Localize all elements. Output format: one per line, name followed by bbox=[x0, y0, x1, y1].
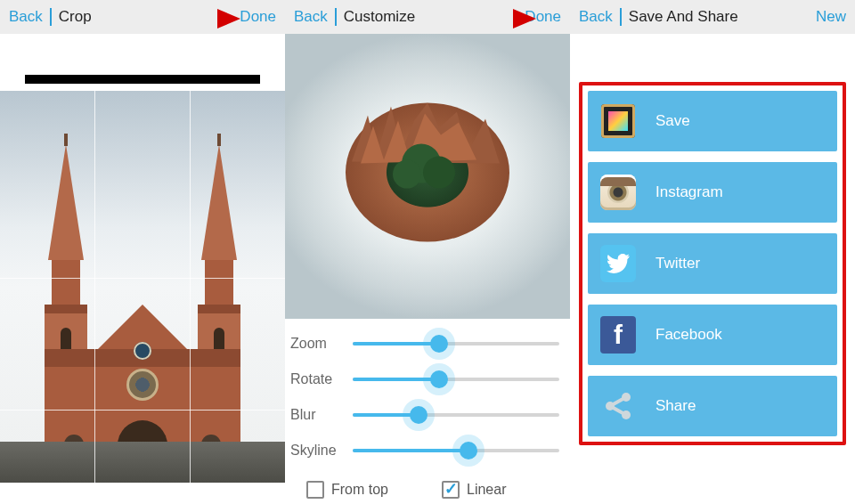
checkbox-icon bbox=[442, 481, 460, 499]
page-title: Save And Share bbox=[629, 8, 738, 26]
slider-blur[interactable] bbox=[353, 404, 559, 426]
share-button-label: Share bbox=[656, 397, 696, 415]
crop-gridline bbox=[0, 410, 285, 411]
slider-rotate[interactable] bbox=[353, 369, 559, 390]
done-button[interactable]: Done bbox=[525, 8, 561, 26]
share-button-label: Save bbox=[656, 112, 690, 130]
slider-label: Skyline bbox=[290, 443, 353, 459]
topbar-customize: Back Customize Done bbox=[285, 0, 570, 34]
panel-save-share: Back Save And Share New Save Instagram bbox=[570, 0, 855, 504]
slider-label: Blur bbox=[290, 407, 353, 423]
svg-point-2 bbox=[423, 157, 455, 189]
back-button[interactable]: Back bbox=[9, 8, 43, 26]
controls: Zoom Rotate Blur bbox=[285, 319, 570, 499]
annotation-highlight-box: Save Instagram Twitter f Face bbox=[579, 82, 846, 445]
share-button-label: Twitter bbox=[656, 255, 700, 272]
checkbox-label: Linear bbox=[467, 482, 506, 498]
share-button-label: Instagram bbox=[656, 183, 723, 201]
crop-gridline bbox=[190, 91, 191, 483]
back-button[interactable]: Back bbox=[579, 8, 613, 26]
slider-row-rotate: Rotate bbox=[290, 362, 559, 397]
checkbox-from-top[interactable]: From top bbox=[306, 481, 388, 499]
page-title: Crop bbox=[59, 8, 92, 26]
share-icon bbox=[600, 388, 636, 424]
new-button[interactable]: New bbox=[816, 8, 846, 26]
slider-row-blur: Blur bbox=[290, 397, 559, 433]
slider-row-zoom: Zoom bbox=[290, 326, 559, 362]
instagram-icon bbox=[600, 175, 636, 210]
share-button-instagram[interactable]: Instagram bbox=[588, 162, 837, 223]
crop-gridline bbox=[94, 91, 95, 483]
topbar-divider bbox=[335, 8, 337, 26]
letterbox-bar bbox=[25, 75, 260, 84]
slider-skyline[interactable] bbox=[353, 440, 559, 461]
save-icon bbox=[600, 103, 636, 139]
share-button-share[interactable]: Share bbox=[588, 376, 837, 436]
topbar-crop: Back Crop Done bbox=[0, 0, 285, 34]
checkbox-label: From top bbox=[331, 482, 388, 498]
share-button-twitter[interactable]: Twitter bbox=[588, 233, 837, 294]
svg-point-3 bbox=[393, 160, 421, 189]
back-button[interactable]: Back bbox=[294, 8, 328, 26]
share-button-label: Facebook bbox=[656, 326, 722, 344]
slider-row-skyline: Skyline bbox=[290, 433, 559, 468]
slider-zoom[interactable] bbox=[353, 333, 559, 354]
done-button[interactable]: Done bbox=[240, 8, 276, 26]
twitter-icon bbox=[600, 246, 636, 281]
share-button-save[interactable]: Save bbox=[588, 91, 837, 151]
topbar-divider bbox=[620, 8, 622, 26]
checkbox-icon bbox=[306, 481, 324, 499]
crop-stage[interactable] bbox=[0, 34, 285, 504]
crop-photo[interactable] bbox=[0, 91, 285, 483]
facebook-icon: f bbox=[600, 317, 636, 353]
preview-tinyplanet[interactable] bbox=[285, 34, 570, 319]
page-title: Customize bbox=[344, 8, 415, 26]
tinyplanet-graphic bbox=[325, 82, 530, 251]
slider-label: Zoom bbox=[290, 336, 353, 352]
checkbox-linear[interactable]: Linear bbox=[442, 481, 506, 499]
topbar-saveshare: Back Save And Share New bbox=[570, 0, 855, 34]
share-button-facebook[interactable]: f Facebook bbox=[588, 305, 837, 365]
slider-label: Rotate bbox=[290, 371, 353, 387]
panel-crop: Back Crop Done bbox=[0, 0, 285, 504]
panel-customize: Back Customize Done bbox=[285, 0, 570, 504]
topbar-divider bbox=[50, 8, 52, 26]
crop-gridline bbox=[0, 278, 285, 279]
